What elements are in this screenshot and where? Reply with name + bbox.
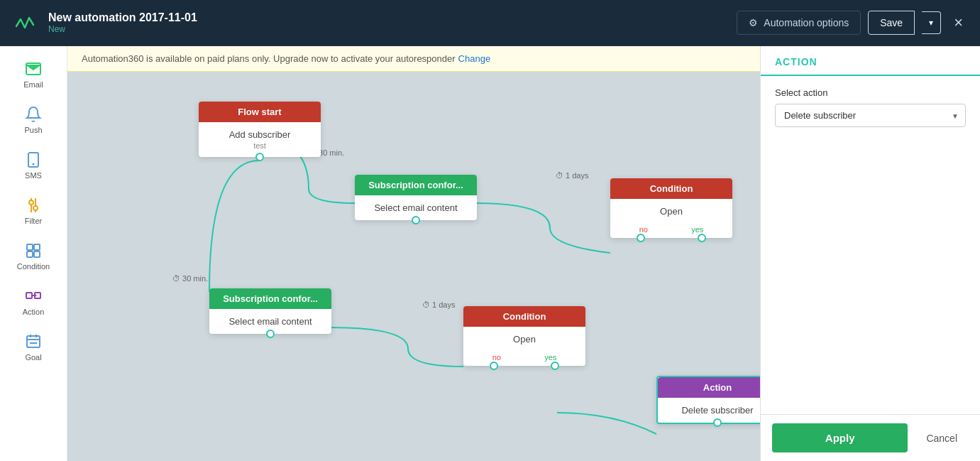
header-actions: ⚙ Automation options Save ▾ × xyxy=(737,11,969,35)
select-action-label: Select action xyxy=(775,87,966,98)
condition-2-body: Open xyxy=(463,327,585,352)
condition-2-connector-no xyxy=(490,362,498,370)
action-node-body: Delete subscriber xyxy=(658,398,760,423)
sidebar-item-label: Condition xyxy=(17,262,50,271)
sidebar-item-filter[interactable]: Filter xyxy=(0,190,67,232)
condition-2-no: no xyxy=(492,353,501,362)
condition-2-yes-no: no yes xyxy=(463,352,585,366)
condition-1-yes: yes xyxy=(691,225,703,234)
sidebar-item-goal[interactable]: Goal xyxy=(0,326,67,369)
automation-options-button[interactable]: ⚙ Automation options xyxy=(737,11,861,35)
apply-button[interactable]: Apply xyxy=(772,423,908,452)
sidebar-item-label: SMS xyxy=(25,171,42,180)
change-link[interactable]: Change xyxy=(458,53,491,64)
condition-1-connector-no xyxy=(637,234,645,242)
svg-point-4 xyxy=(33,206,38,210)
sidebar-item-condition[interactable]: Condition xyxy=(0,235,67,278)
sub-confirm-1-header: Subscription confor... xyxy=(355,175,477,195)
header: New automation 2017-11-01 New ⚙ Automati… xyxy=(0,0,980,46)
condition-2-node[interactable]: Condition Open no yes xyxy=(463,306,585,366)
svg-point-3 xyxy=(29,200,33,205)
page-title: New automation 2017-11-01 xyxy=(48,11,737,24)
page-subtitle: New xyxy=(48,24,737,34)
svg-rect-12 xyxy=(34,251,40,257)
main-layout: Email Push SMS Filte xyxy=(0,46,980,461)
sidebar-item-sms[interactable]: SMS xyxy=(0,144,67,187)
svg-rect-13 xyxy=(26,293,32,298)
condition-1-connector-yes xyxy=(698,234,706,242)
flow-start-header: Flow start xyxy=(199,102,321,122)
time-label-3: ⏱ 30 min. xyxy=(172,274,208,283)
right-panel-body: Select action Delete subscriber Add subs… xyxy=(761,76,980,414)
sidebar-item-email[interactable]: Email xyxy=(0,53,67,96)
sidebar-item-label: Action xyxy=(23,308,45,316)
canvas[interactable]: Automation360 is available on paid plans… xyxy=(67,46,760,461)
upgrade-banner: Automation360 is available on paid plans… xyxy=(67,46,760,72)
app-logo xyxy=(11,9,40,37)
condition-2-connector-yes xyxy=(551,362,559,370)
select-action-wrapper: Delete subscriber Add subscriber Move su… xyxy=(775,104,966,127)
sidebar-item-label: Push xyxy=(24,126,42,134)
flow-start-connector-bottom xyxy=(255,153,264,161)
time-label-4: ⏱ 1 days xyxy=(422,300,455,309)
sidebar-item-label: Goal xyxy=(25,353,41,362)
condition-1-no: no xyxy=(639,225,648,234)
save-dropdown-button[interactable]: ▾ xyxy=(922,11,941,34)
time-label-2: ⏱ 1 days xyxy=(556,171,588,180)
gear-icon: ⚙ xyxy=(749,17,758,28)
condition-1-body: Open xyxy=(610,199,732,224)
cancel-button[interactable]: Cancel xyxy=(915,423,969,452)
action-node-header: Action xyxy=(658,377,760,398)
sub-confirm-2-connector xyxy=(266,330,275,338)
condition-2-header: Condition xyxy=(463,306,585,327)
svg-rect-9 xyxy=(27,244,33,250)
action-node[interactable]: ✕ Action Delete subscriber xyxy=(656,376,760,424)
sidebar: Email Push SMS Filte xyxy=(0,46,67,461)
select-action-dropdown[interactable]: Delete subscriber Add subscriber Move su… xyxy=(775,104,966,127)
right-panel-title: ACTION xyxy=(775,56,966,67)
condition-2-yes: yes xyxy=(544,353,556,362)
sub-confirm-2-header: Subscription confor... xyxy=(209,288,331,309)
svg-rect-17 xyxy=(27,336,40,347)
svg-rect-10 xyxy=(34,244,40,250)
condition-1-node[interactable]: Condition Open no yes xyxy=(610,178,732,238)
right-panel: ACTION Select action Delete subscriber A… xyxy=(760,46,980,461)
sidebar-item-label: Email xyxy=(23,80,43,89)
flow-start-body: Add subscriber test xyxy=(199,122,321,157)
action-node-connector xyxy=(713,418,722,427)
svg-rect-11 xyxy=(27,251,33,257)
save-button[interactable]: Save xyxy=(868,11,915,35)
sub-confirm-1-connector xyxy=(412,216,420,224)
sub-confirm-1-node[interactable]: Subscription confor... Select email cont… xyxy=(355,175,477,220)
sidebar-item-push[interactable]: Push xyxy=(0,99,67,141)
sub-confirm-2-node[interactable]: Subscription confor... Select email cont… xyxy=(209,288,331,334)
condition-1-yes-no: no yes xyxy=(610,224,732,238)
right-panel-footer: Apply Cancel xyxy=(761,414,980,461)
right-panel-header: ACTION xyxy=(761,46,980,76)
sidebar-item-label: Filter xyxy=(25,217,42,225)
condition-1-header: Condition xyxy=(610,178,732,199)
flow-start-node[interactable]: Flow start Add subscriber test xyxy=(199,102,321,157)
sidebar-item-action[interactable]: Action xyxy=(0,281,67,323)
title-group: New automation 2017-11-01 New xyxy=(48,11,737,34)
close-button[interactable]: × xyxy=(948,11,969,35)
canvas-inner: ⏱ 30 min. ⏱ 1 days ⏱ 30 min. ⏱ 1 days Fl… xyxy=(67,72,760,461)
